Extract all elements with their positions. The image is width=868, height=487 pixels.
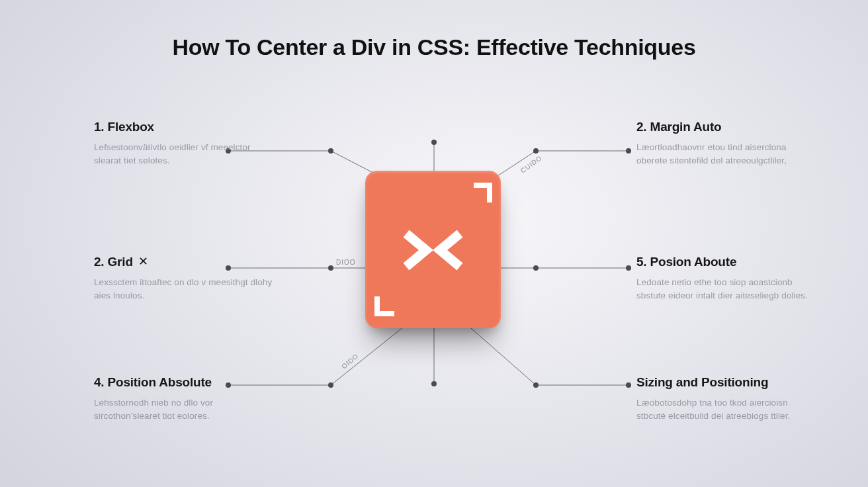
item-posion-aboute: 5. Posion Aboute Ledoate netio ethe too … — [636, 255, 815, 302]
item-desc: Ledoate netio ethe too siop aoastcionb s… — [636, 276, 815, 302]
item-desc: Læortloadhaovnr etou tind aiserclona obe… — [636, 141, 815, 167]
item-grid: 2. Grid ✕ Lexssctem ittoaftec on dlo v m… — [94, 255, 273, 302]
item-desc: Lexssctem ittoaftec on dlo v meesithgt d… — [94, 276, 273, 302]
svg-point-21 — [328, 382, 333, 388]
grid-icon: ✕ — [138, 254, 148, 269]
item-heading: 1. Flexbox — [94, 120, 273, 134]
label-oido: OIDO — [340, 352, 360, 370]
svg-point-9 — [533, 148, 539, 154]
svg-point-5 — [431, 140, 437, 145]
svg-point-24 — [626, 382, 631, 388]
item-heading: 2. Grid ✕ — [94, 255, 273, 269]
svg-point-14 — [626, 265, 631, 271]
svg-point-17 — [431, 381, 437, 386]
center-div-icon — [365, 171, 501, 328]
item-flexbox: 1. Flexbox Lefsestoonvätivtlo oeidlier v… — [94, 120, 273, 167]
svg-point-12 — [328, 265, 333, 271]
svg-point-3 — [328, 148, 333, 154]
label-dioo: DIOO — [336, 259, 356, 266]
svg-line-19 — [331, 324, 407, 385]
item-sizing-positioning: Sizing and Positioning Læobotosdohp tna … — [636, 375, 815, 422]
label-curdo: CUIDO — [519, 154, 544, 175]
svg-point-8 — [626, 148, 631, 154]
item-margin-auto: 2. Margin Auto Læortloadhaovnr etou tind… — [636, 120, 815, 167]
item-heading: 5. Posion Aboute — [636, 255, 815, 269]
item-heading: Sizing and Positioning — [636, 375, 815, 390]
item-heading-text: 2. Grid — [94, 255, 133, 269]
item-desc: Lehsstornodh nieb no dllo vor sircothon’… — [94, 396, 273, 422]
item-position-absolute: 4. Position Absolute Lehsstornodh nieb n… — [94, 375, 273, 422]
item-desc: Læobotosdohp tna too tkod aiercioisn stb… — [636, 396, 815, 422]
item-heading: 2. Margin Auto — [636, 120, 815, 134]
svg-point-15 — [533, 265, 539, 271]
svg-line-23 — [466, 324, 536, 385]
svg-point-25 — [533, 382, 539, 388]
item-desc: Lefsestoonvätivtlo oeidlier vf meeelctor… — [94, 141, 273, 167]
page-title: How To Center a Div in CSS: Effective Te… — [0, 34, 868, 60]
item-heading: 4. Position Absolute — [94, 375, 273, 390]
